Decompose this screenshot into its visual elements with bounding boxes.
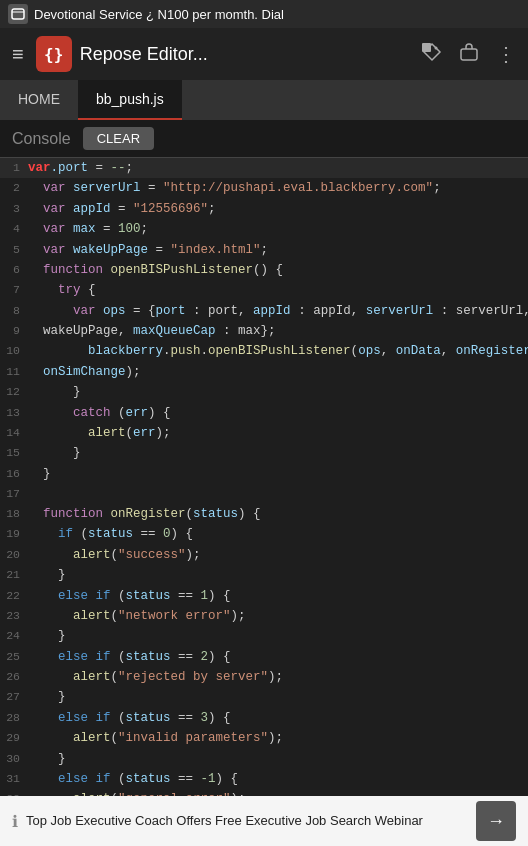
code-line-26: 26 alert("rejected by server"); [0, 667, 528, 687]
line-content: alert("network error"); [28, 606, 528, 626]
line-number: 8 [0, 301, 28, 320]
line-number: 27 [0, 687, 28, 706]
console-bar: Console CLEAR [0, 120, 528, 158]
ad-text: Top Job Executive Coach Offers Free Exec… [26, 813, 468, 830]
line-content: catch (err) { [28, 403, 528, 423]
line-content [28, 484, 528, 485]
line-number: 10 [0, 341, 28, 360]
code-line-29: 29 alert("invalid parameters"); [0, 728, 528, 748]
code-line-10: 10 blackberry.push.openBISPushListener(o… [0, 341, 528, 361]
status-bar: Devotional Service ¿ N100 per momth. Dia… [0, 0, 528, 28]
code-line-20: 20 alert("success"); [0, 545, 528, 565]
line-content: } [28, 382, 528, 402]
code-line-21: 21 } [0, 565, 528, 585]
line-content: alert("general error"); [28, 789, 528, 796]
more-icon[interactable]: ⋮ [492, 38, 520, 70]
code-line-18: 18 function onRegister(status) { [0, 504, 528, 524]
tab-bb-push[interactable]: bb_push.js [78, 80, 182, 120]
line-number: 16 [0, 464, 28, 483]
code-line-15: 15 } [0, 443, 528, 463]
line-number: 13 [0, 403, 28, 422]
menu-icon[interactable]: ≡ [8, 39, 28, 70]
line-number: 26 [0, 667, 28, 686]
briefcase-icon[interactable] [454, 37, 484, 72]
line-content: try { [28, 280, 528, 300]
line-number: 14 [0, 423, 28, 442]
code-line-3: 3 var appId = "12556696"; [0, 199, 528, 219]
code-line-8: 8 var ops = {port : port, appId : appId,… [0, 301, 528, 321]
ad-bar: ℹ Top Job Executive Coach Offers Free Ex… [0, 796, 528, 846]
code-line-28: 28 else if (status == 3) { [0, 708, 528, 728]
console-label: Console [12, 130, 71, 148]
line-number: 24 [0, 626, 28, 645]
line-content: else if (status == 3) { [28, 708, 528, 728]
code-line-31: 31 else if (status == -1) { [0, 769, 528, 789]
line-content: alert("rejected by server"); [28, 667, 528, 687]
code-line-2: 2 var serverUrl = "http://pushapi.eval.b… [0, 178, 528, 198]
code-line-30: 30 } [0, 749, 528, 769]
line-number: 1 [0, 158, 28, 177]
line-content: var appId = "12556696"; [28, 199, 528, 219]
line-content: if (status == 0) { [28, 524, 528, 544]
line-number: 19 [0, 524, 28, 543]
info-icon: ℹ [12, 812, 18, 831]
line-number: 6 [0, 260, 28, 279]
code-line-12: 12 } [0, 382, 528, 402]
line-content: } [28, 464, 528, 484]
line-number: 29 [0, 728, 28, 747]
line-content: } [28, 565, 528, 585]
line-number: 23 [0, 606, 28, 625]
code-line-22: 22 else if (status == 1) { [0, 586, 528, 606]
code-line-16: 16 } [0, 464, 528, 484]
line-content: blackberry.push.openBISPushListener(ops,… [28, 341, 528, 361]
line-number: 11 [0, 362, 28, 381]
ad-arrow-button[interactable]: → [476, 801, 516, 841]
code-line-13: 13 catch (err) { [0, 403, 528, 423]
line-content: alert("invalid parameters"); [28, 728, 528, 748]
line-number: 18 [0, 504, 28, 523]
code-line-5: 5 var wakeUpPage = "index.html"; [0, 240, 528, 260]
line-number: 4 [0, 219, 28, 238]
code-line-24: 24 } [0, 626, 528, 646]
line-number: 25 [0, 647, 28, 666]
line-number: 5 [0, 240, 28, 259]
line-number: 15 [0, 443, 28, 462]
code-line-32: 32 alert("general error"); [0, 789, 528, 796]
status-bar-icon [8, 4, 28, 24]
tag-icon[interactable] [416, 37, 446, 72]
line-content: } [28, 749, 528, 769]
code-line-9: 9 wakeUpPage, maxQueueCap : max}; [0, 321, 528, 341]
line-content: var wakeUpPage = "index.html"; [28, 240, 528, 260]
clear-button[interactable]: CLEAR [83, 127, 154, 150]
code-line-19: 19 if (status == 0) { [0, 524, 528, 544]
code-line-23: 23 alert("network error"); [0, 606, 528, 626]
code-line-17: 17 [0, 484, 528, 504]
line-number: 2 [0, 178, 28, 197]
svg-rect-5 [461, 49, 477, 60]
code-line-7: 7 try { [0, 280, 528, 300]
code-line-1: 1var.port = --; [0, 158, 528, 178]
line-content: function onRegister(status) { [28, 504, 528, 524]
top-bar: ≡ {} Repose Editor... ⋮ [0, 28, 528, 80]
line-content: else if (status == 1) { [28, 586, 528, 606]
line-number: 30 [0, 749, 28, 768]
line-content: alert("success"); [28, 545, 528, 565]
line-content: var max = 100; [28, 219, 528, 239]
line-content: onSimChange); [28, 362, 528, 382]
line-number: 21 [0, 565, 28, 584]
top-bar-icons: ⋮ [416, 37, 520, 72]
line-content: else if (status == -1) { [28, 769, 528, 789]
tab-home[interactable]: HOME [0, 80, 78, 120]
svg-rect-0 [12, 9, 24, 19]
line-content: var serverUrl = "http://pushapi.eval.bla… [28, 178, 528, 198]
svg-point-4 [435, 46, 438, 49]
code-area[interactable]: 1var.port = --;2 var serverUrl = "http:/… [0, 158, 528, 796]
line-number: 9 [0, 321, 28, 340]
status-bar-text: Devotional Service ¿ N100 per momth. Dia… [34, 7, 284, 22]
line-content: } [28, 443, 528, 463]
code-line-25: 25 else if (status == 2) { [0, 647, 528, 667]
app-title: Repose Editor... [80, 44, 408, 65]
code-line-11: 11 onSimChange); [0, 362, 528, 382]
line-content: } [28, 626, 528, 646]
line-content: var.port = --; [28, 158, 528, 178]
